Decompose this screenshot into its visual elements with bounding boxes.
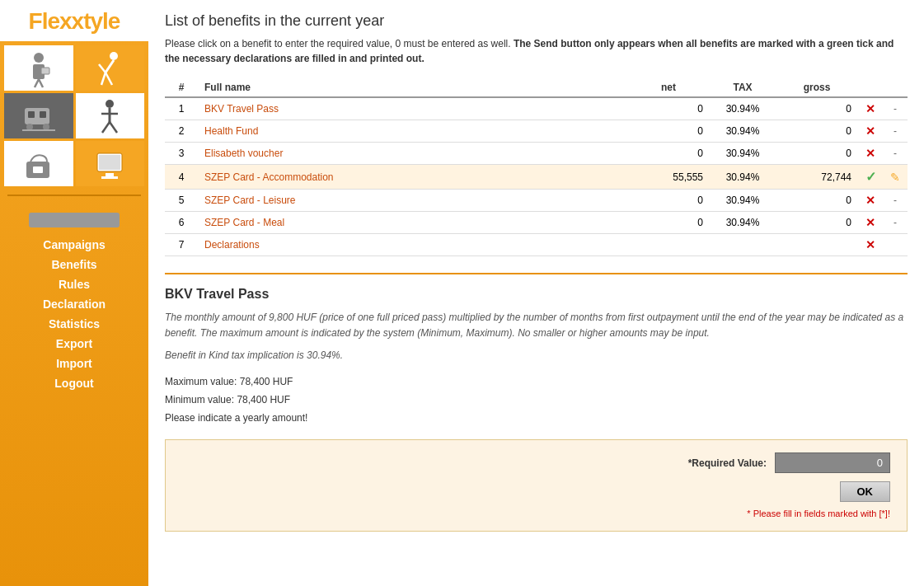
svg-line-9 xyxy=(106,73,112,85)
x-icon: ✕ xyxy=(865,147,875,160)
edit-icon[interactable]: ✎ xyxy=(890,171,900,184)
logo-text-tyle: tyle xyxy=(83,8,120,34)
intro-text: Please click on a benefit to enter the r… xyxy=(165,36,907,66)
cell-status: ✕ xyxy=(858,120,883,143)
sidebar-img-4 xyxy=(76,93,145,138)
benefit-link[interactable]: BKV Travel Pass xyxy=(204,103,279,115)
col-header-tax: TAX xyxy=(710,78,776,97)
svg-rect-12 xyxy=(40,111,46,118)
cell-gross: 72,744 xyxy=(776,165,858,190)
cell-num: 5 xyxy=(165,190,198,212)
cell-action: - xyxy=(883,190,908,212)
person-sport-icon xyxy=(89,96,130,137)
benefit-link[interactable]: Health Fund xyxy=(204,125,258,137)
cell-name: BKV Travel Pass xyxy=(198,97,627,120)
cell-tax: 30.94% xyxy=(710,143,776,165)
sidebar-images xyxy=(0,41,148,190)
table-row: 5 SZEP Card - Leisure 0 30.94% 0 ✕ - xyxy=(165,190,908,212)
x-icon: ✕ xyxy=(865,194,875,207)
cell-status: ✓ xyxy=(858,165,883,190)
cell-gross xyxy=(776,234,858,256)
svg-point-16 xyxy=(106,100,114,108)
svg-line-4 xyxy=(39,79,43,87)
max-value-row: Maximum value: 78,400 HUF xyxy=(165,373,908,391)
svg-line-19 xyxy=(102,122,110,133)
x-icon: ✕ xyxy=(865,216,875,229)
cell-status: ✕ xyxy=(858,212,883,234)
max-label: Maximum value: xyxy=(165,376,237,387)
sidebar-img-1 xyxy=(4,45,73,91)
error-message: * Please fill in fields marked with [*]! xyxy=(182,509,890,518)
x-icon: ✕ xyxy=(865,102,875,115)
detail-values: Maximum value: 78,400 HUF Minimum value:… xyxy=(165,373,908,427)
sidebar-item-rules[interactable]: Rules xyxy=(8,275,140,293)
cell-name: SZEP Card - Meal xyxy=(198,212,627,234)
benefit-link[interactable]: Declarations xyxy=(204,239,260,251)
sidebar-item-import[interactable]: Import xyxy=(8,354,140,373)
cell-name: SZEP Card - Leisure xyxy=(198,190,627,212)
detail-title: BKV Travel Pass xyxy=(165,287,908,302)
dash-icon: - xyxy=(894,148,897,159)
svg-rect-24 xyxy=(99,155,120,170)
x-icon: ✕ xyxy=(865,238,875,251)
svg-line-7 xyxy=(99,64,106,73)
main-content: List of benefits in the current year Ple… xyxy=(148,0,924,586)
cell-tax: 30.94% xyxy=(710,165,776,190)
cell-gross: 0 xyxy=(776,212,858,234)
cell-num: 6 xyxy=(165,212,198,234)
cell-gross: 0 xyxy=(776,190,858,212)
col-header-num: # xyxy=(165,78,198,97)
col-header-action xyxy=(883,78,908,97)
sidebar-item-logout[interactable]: Logout xyxy=(8,374,140,392)
sidebar-item-benefits[interactable]: Benefits xyxy=(8,255,140,274)
svg-line-20 xyxy=(110,122,117,133)
cell-tax: 30.94% xyxy=(710,120,776,143)
svg-rect-25 xyxy=(106,173,114,176)
sidebar-item-campaigns[interactable]: Campaigns xyxy=(8,236,140,254)
sidebar-item-declaration[interactable]: Declaration xyxy=(8,295,140,313)
sidebar-item-export[interactable]: Export xyxy=(8,335,140,353)
cell-action xyxy=(883,234,908,256)
col-header-gross: gross xyxy=(776,78,858,97)
sidebar-img-5 xyxy=(4,141,73,186)
dash-icon: - xyxy=(894,103,897,115)
benefit-link[interactable]: Elisabeth voucher xyxy=(204,148,283,159)
intro-normal: Please click on a benefit to enter the r… xyxy=(165,38,511,49)
benefit-link[interactable]: SZEP Card - Leisure xyxy=(204,195,296,206)
svg-point-14 xyxy=(43,124,49,130)
table-row-highlighted: 4 SZEP Card - Accommodation 55,555 30.94… xyxy=(165,165,908,190)
svg-point-13 xyxy=(26,124,33,130)
required-value-label: *Required Value: xyxy=(688,457,767,469)
cell-gross: 0 xyxy=(776,143,858,165)
required-value-input[interactable] xyxy=(775,452,890,473)
benefit-link[interactable]: SZEP Card - Meal xyxy=(204,217,284,228)
cell-tax: 30.94% xyxy=(710,212,776,234)
error-text: * Please fill in fields marked with [*]! xyxy=(747,509,890,518)
min-label: Minimum value: xyxy=(165,394,234,406)
sidebar-img-3 xyxy=(4,93,73,138)
cell-action: ✎ xyxy=(883,165,908,190)
cell-status: ✕ xyxy=(858,234,883,256)
cell-tax: 30.94% xyxy=(710,190,776,212)
cell-action: - xyxy=(883,212,908,234)
benefit-link[interactable]: SZEP Card - Accommodation xyxy=(204,171,334,183)
ok-button[interactable]: OK xyxy=(840,481,891,502)
sidebar-item-statistics[interactable]: Statistics xyxy=(8,315,140,333)
cell-status: ✕ xyxy=(858,97,883,120)
cell-net: 0 xyxy=(627,143,710,165)
cell-action: - xyxy=(883,120,908,143)
svg-rect-26 xyxy=(101,176,118,179)
sidebar: Flexxtyle xyxy=(0,0,148,586)
sidebar-divider xyxy=(7,195,141,196)
cell-net: 0 xyxy=(627,212,710,234)
bag-icon xyxy=(18,143,59,185)
max-value: 78,400 HUF xyxy=(240,376,293,387)
cell-net: 0 xyxy=(627,97,710,120)
input-row: *Required Value: xyxy=(182,452,890,473)
person-active-icon xyxy=(89,48,130,89)
table-row: 3 Elisabeth voucher 0 30.94% 0 ✕ - xyxy=(165,143,908,165)
cell-net: 55,555 xyxy=(627,165,710,190)
check-icon: ✓ xyxy=(865,170,876,184)
cell-name: Health Fund xyxy=(198,120,627,143)
logo-text-flexx: Flexx xyxy=(29,8,84,34)
